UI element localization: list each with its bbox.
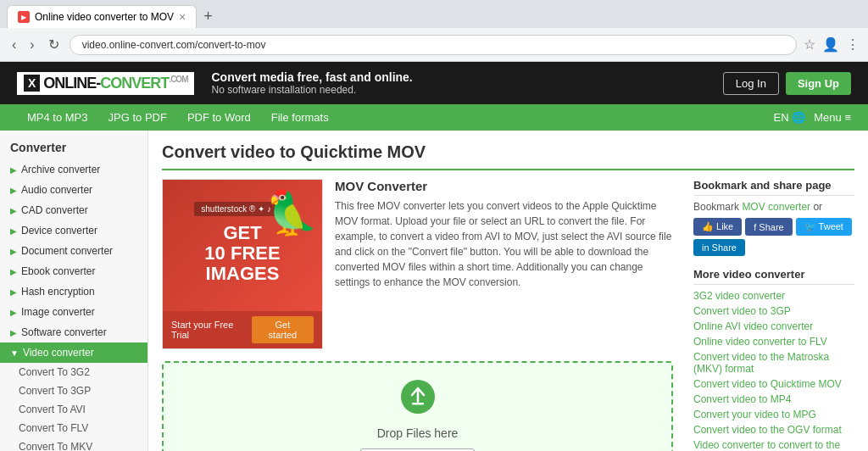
logo[interactable]: X ONLINE-CONVERT.COM — [17, 72, 194, 95]
account-icon[interactable]: 👤 — [822, 36, 839, 53]
forward-button[interactable]: › — [26, 34, 37, 56]
sidebar-item-label: Device converter — [21, 225, 97, 237]
sidebar-item-ebook[interactable]: ▶ Ebook converter — [0, 261, 147, 281]
sidebar-sub-avi[interactable]: Convert To AVI — [0, 400, 147, 419]
ad-get-started-button[interactable]: Get started — [252, 316, 314, 343]
top-nav: MP4 to MP3 JPG to PDF PDF to Word File f… — [0, 104, 868, 131]
nav-mp4-to-mp3[interactable]: MP4 to MP3 — [17, 104, 98, 131]
linkedin-share-button[interactable]: in Share — [693, 239, 745, 256]
more-link-3g2[interactable]: 3G2 video converter — [693, 290, 854, 302]
arrow-icon: ▶ — [10, 165, 17, 175]
converter-info: MOV Converter This free MOV converter le… — [335, 179, 673, 349]
more-link-webm[interactable]: Video converter to convert to the WebM f… — [693, 439, 854, 451]
more-link-avi[interactable]: Online AVI video converter — [693, 320, 854, 332]
bookmark-title: Bookmark and share page — [693, 179, 854, 196]
arrow-icon: ▶ — [10, 328, 17, 337]
sidebar-sub-3g2[interactable]: Convert To 3G2 — [0, 363, 147, 381]
sidebar-item-archive[interactable]: ▶ Archive converter — [0, 159, 147, 180]
sidebar-item-label: Archive converter — [21, 164, 100, 175]
page-title: Convert video to Quicktime MOV — [162, 142, 854, 170]
content-area: Convert video to Quicktime MOV shutterst… — [148, 131, 868, 451]
tagline-sub: No software installation needed. — [211, 84, 705, 96]
sidebar-item-cad[interactable]: ▶ CAD converter — [0, 200, 147, 220]
sidebar-item-label: Image converter — [21, 306, 95, 318]
converter-section: shutterstock ® ✦ ♪ ⬛ GET10 FREEIMAGES 🦜 … — [162, 179, 673, 349]
star-icon[interactable]: ☆ — [804, 36, 815, 53]
nav-file-formats[interactable]: File formats — [261, 104, 339, 131]
arrow-icon: ▶ — [10, 247, 17, 256]
more-link-mp4[interactable]: Convert video to MP4 — [693, 393, 854, 405]
more-converters-section: More video converter 3G2 video converter… — [693, 268, 854, 451]
nav-jpg-to-pdf[interactable]: JPG to PDF — [98, 104, 177, 131]
tab-bar: ▶ Online video converter to MOV × + — [0, 0, 868, 28]
sidebar-title: Converter — [0, 137, 147, 159]
facebook-like-button[interactable]: 👍 Like — [693, 218, 742, 236]
bookmark-text: Bookmark MOV converter or — [693, 201, 854, 213]
address-bar[interactable]: video.online-convert.com/convert-to-mov — [70, 35, 797, 55]
ad-box: shutterstock ® ✦ ♪ ⬛ GET10 FREEIMAGES 🦜 … — [162, 179, 323, 349]
back-button[interactable]: ‹ — [8, 34, 19, 56]
login-button[interactable]: Log In — [723, 72, 779, 95]
upload-area[interactable]: Drop Files here 🔍 Choose Files 🔗 Enter U… — [162, 361, 673, 451]
signup-button[interactable]: Sign Up — [786, 72, 851, 95]
menu-button[interactable]: Menu ≡ — [814, 111, 851, 124]
ad-inner: shutterstock ® ✦ ♪ ⬛ GET10 FREEIMAGES 🦜 — [163, 180, 322, 311]
sidebar-item-document[interactable]: ▶ Document converter — [0, 241, 147, 261]
browser-nav-icons: ☆ 👤 ⋮ — [804, 36, 860, 53]
bookmark-section: Bookmark and share page Bookmark MOV con… — [693, 179, 854, 256]
sidebar-item-device[interactable]: ▶ Device converter — [0, 220, 147, 241]
browser-chrome: ▶ Online video converter to MOV × + ‹ › … — [0, 0, 868, 62]
new-tab-button[interactable]: + — [197, 8, 220, 25]
ad-trial-text: Start your Free Trial — [171, 320, 252, 340]
more-link-mov[interactable]: Convert video to Quicktime MOV — [693, 378, 854, 390]
header-actions: Log In Sign Up — [723, 72, 851, 95]
sidebar-sub-mkv[interactable]: Convert To MKV — [0, 437, 147, 451]
converter-title: MOV Converter — [335, 179, 673, 193]
drop-files-text: Drop Files here — [181, 426, 654, 440]
tab-favicon: ▶ — [18, 11, 30, 23]
upload-icon — [181, 380, 654, 421]
site-header: X ONLINE-CONVERT.COM Convert media free,… — [0, 62, 868, 104]
top-nav-right: EN 🌐 Menu ≡ — [774, 111, 851, 124]
sidebar-sub-3gp[interactable]: Convert To 3GP — [0, 381, 147, 400]
sidebar-item-audio[interactable]: ▶ Audio converter — [0, 180, 147, 200]
more-link-ogv[interactable]: Convert video to the OGV format — [693, 424, 854, 436]
sidebar-item-video[interactable]: ▼ Video converter — [0, 342, 147, 363]
sidebar-item-label: Audio converter — [21, 184, 92, 196]
bookmark-link[interactable]: MOV converter — [742, 201, 810, 213]
ad-parrot-icon: 🦜 — [265, 188, 318, 237]
sidebar-item-hash[interactable]: ▶ Hash encryption — [0, 281, 147, 302]
sidebar-sub-flv[interactable]: Convert To FLV — [0, 419, 147, 437]
refresh-button[interactable]: ↻ — [45, 33, 63, 56]
more-link-3gp[interactable]: Convert video to 3GP — [693, 305, 854, 317]
more-converters-title: More video converter — [693, 268, 854, 285]
sidebar-item-label: Software converter — [21, 326, 107, 338]
sidebar: Converter ▶ Archive converter ▶ Audio co… — [0, 131, 148, 451]
more-link-mpg[interactable]: Convert your video to MPG — [693, 409, 854, 420]
content-right: shutterstock ® ✦ ♪ ⬛ GET10 FREEIMAGES 🦜 … — [162, 179, 854, 451]
more-link-mkv[interactable]: Convert video to the Matroska (MKV) form… — [693, 351, 854, 375]
tagline-main: Convert media free, fast and online. — [211, 70, 705, 84]
arrow-icon: ▼ — [10, 348, 19, 358]
more-link-flv[interactable]: Online video converter to FLV — [693, 336, 854, 348]
logo-icon: X — [24, 75, 40, 92]
ad-footer: Start your Free Trial Get started — [163, 311, 322, 348]
menu-icon[interactable]: ⋮ — [846, 36, 860, 53]
sidebar-item-label: Video converter — [23, 347, 94, 359]
bookmark-or: or — [813, 201, 822, 213]
share-buttons: 👍 Like f Share 🐦 Tweet in Share — [693, 218, 854, 256]
arrow-icon: ▶ — [10, 186, 17, 195]
nav-pdf-to-word[interactable]: PDF to Word — [177, 104, 261, 131]
sidebar-item-software[interactable]: ▶ Software converter — [0, 322, 147, 342]
facebook-share-button[interactable]: f Share — [745, 218, 792, 236]
arrow-icon: ▶ — [10, 267, 17, 276]
active-tab[interactable]: ▶ Online video converter to MOV × — [7, 5, 197, 28]
arrow-icon: ▶ — [10, 206, 17, 215]
tab-close-button[interactable]: × — [179, 10, 186, 24]
twitter-tweet-button[interactable]: 🐦 Tweet — [796, 218, 852, 236]
language-selector[interactable]: EN 🌐 — [774, 111, 806, 124]
logo-text: ONLINE-CONVERT.COM — [43, 75, 187, 92]
main-layout: Converter ▶ Archive converter ▶ Audio co… — [0, 131, 868, 451]
arrow-icon: ▶ — [10, 287, 17, 297]
sidebar-item-image[interactable]: ▶ Image converter — [0, 302, 147, 322]
